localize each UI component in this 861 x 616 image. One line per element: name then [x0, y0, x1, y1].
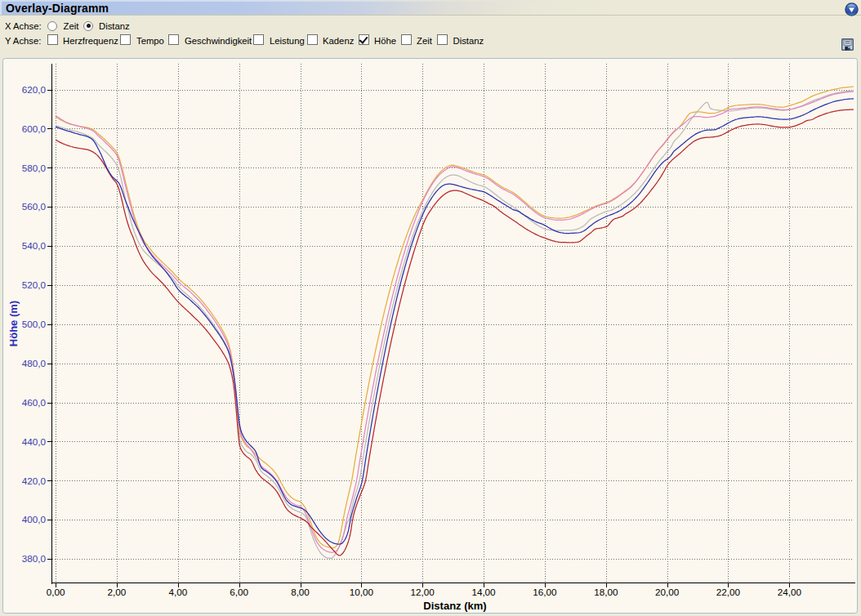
svg-text:Distanz (km): Distanz (km)	[423, 600, 486, 612]
svg-text:540,0: 540,0	[22, 240, 47, 251]
svg-text:440,0: 440,0	[22, 436, 47, 447]
svg-text:420,0: 420,0	[22, 475, 47, 486]
svg-text:560,0: 560,0	[22, 201, 47, 212]
svg-text:520,0: 520,0	[22, 279, 47, 290]
svg-text:20,00: 20,00	[655, 587, 680, 597]
svg-text:460,0: 460,0	[22, 397, 47, 408]
svg-text:400,0: 400,0	[22, 514, 47, 524]
svg-text:620,0: 620,0	[22, 84, 47, 95]
svg-text:580,0: 580,0	[22, 163, 47, 173]
svg-text:8,00: 8,00	[291, 587, 310, 597]
svg-text:500,0: 500,0	[22, 319, 47, 329]
svg-text:2,00: 2,00	[108, 587, 127, 597]
svg-text:Höhe (m): Höhe (m)	[7, 301, 20, 346]
svg-text:16,00: 16,00	[533, 587, 557, 597]
svg-text:6,00: 6,00	[230, 587, 248, 597]
svg-text:0,00: 0,00	[47, 587, 65, 597]
svg-text:18,00: 18,00	[594, 587, 618, 597]
svg-text:380,0: 380,0	[22, 553, 47, 564]
svg-text:14,00: 14,00	[471, 587, 496, 597]
svg-text:600,0: 600,0	[22, 123, 47, 134]
svg-text:4,00: 4,00	[168, 587, 187, 597]
svg-text:22,00: 22,00	[716, 587, 741, 597]
svg-text:480,0: 480,0	[22, 358, 47, 368]
svg-text:10,00: 10,00	[350, 587, 374, 597]
svg-text:24,00: 24,00	[778, 587, 802, 597]
svg-text:12,00: 12,00	[411, 587, 435, 597]
